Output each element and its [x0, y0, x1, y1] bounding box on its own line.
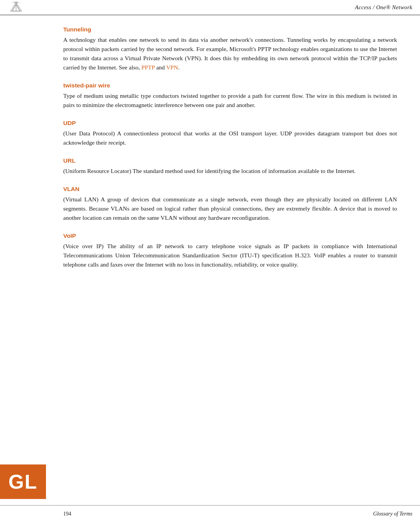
entry-tunneling: Tunneling A technology that enables one …: [63, 26, 397, 72]
header-title: Access / One® Network: [355, 4, 412, 11]
entry-url: URL (Uniform Resource Locator) The stand…: [63, 157, 397, 176]
entry-body-twisted-pair-wire: Type of medium using metallic type condu…: [63, 91, 397, 110]
entry-title-tunneling: Tunneling: [63, 26, 397, 33]
footer-section-label: Glossary of Terms: [373, 511, 412, 517]
entry-title-twisted-pair-wire: twisted-pair wire: [63, 82, 397, 89]
entry-body-url: (Uniform Resource Locator) The standard …: [63, 166, 397, 176]
link-pptp[interactable]: PPTP: [141, 64, 155, 71]
gl-sidebar: GL: [0, 464, 46, 499]
entry-voip: VoIP (Voice over IP) The ability of an I…: [63, 232, 397, 269]
logo: [8, 1, 25, 13]
page-container: Access / One® Network Tunneling A techno…: [0, 0, 420, 522]
entry-twisted-pair-wire: twisted-pair wire Type of medium using m…: [63, 82, 397, 110]
entry-body-udp: (User Data Protocol) A connectionless pr…: [63, 129, 397, 147]
footer-page-number: 194: [63, 511, 71, 517]
gl-label: GL: [8, 470, 38, 493]
entry-body-vlan: (Virtual LAN) A group of devices that co…: [63, 195, 397, 222]
entry-title-voip: VoIP: [63, 232, 397, 239]
entry-udp: UDP (User Data Protocol) A connectionles…: [63, 120, 397, 147]
entry-title-udp: UDP: [63, 120, 397, 127]
entry-vlan: VLAN (Virtual LAN) A group of devices th…: [63, 186, 397, 222]
page-footer: 194 Glossary of Terms: [0, 505, 420, 522]
entry-body-tunneling: A technology that enables one network to…: [63, 35, 397, 72]
link-vpn[interactable]: VPN: [166, 64, 178, 71]
main-content: Tunneling A technology that enables one …: [0, 15, 420, 290]
entry-body-voip: (Voice over IP) The ability of an IP net…: [63, 242, 397, 269]
entry-title-url: URL: [63, 157, 397, 164]
entry-title-vlan: VLAN: [63, 186, 397, 193]
page-header: Access / One® Network: [0, 0, 420, 15]
